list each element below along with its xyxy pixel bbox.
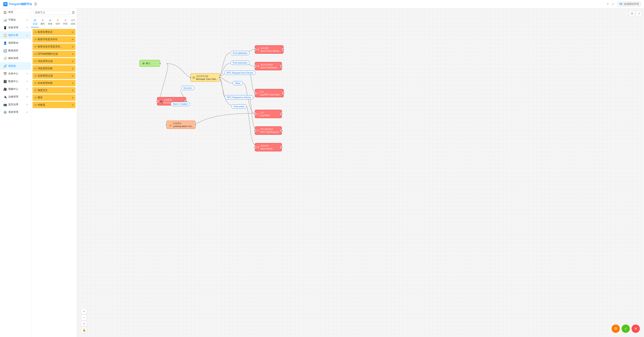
tab-filter[interactable]: ⊟ 过滤 xyxy=(31,17,39,27)
canvas-fullscreen-btn[interactable]: ⤢ xyxy=(636,10,642,16)
canvas-node-alarm-notif[interactable]: 🔔 告警通知 yunteng alarm not... xyxy=(166,121,196,129)
node-item-check-entity[interactable]: ⊟ 检查实体关系是否存... xyxy=(32,43,76,50)
sidebar-item-data-flow[interactable]: 🔄 数据流转 xyxy=(0,47,31,54)
sidebar-item-task-center[interactable]: 📅 任务中心 ▾ xyxy=(0,70,31,77)
search-input[interactable] xyxy=(33,10,70,15)
sidebar-item-home[interactable]: 🏠 首页 xyxy=(0,8,31,16)
sidebar-item-device-mgmt[interactable]: 📱 设备管理 ▾ xyxy=(0,24,31,31)
zoom-out-btn[interactable]: − xyxy=(81,315,87,320)
save-attr-sublabel: 保存属性 xyxy=(260,47,281,50)
canvas-minimize-btn[interactable]: ⊡ xyxy=(629,10,635,16)
help-icon[interactable]: ? xyxy=(607,2,608,5)
sidebar-item-script-mgmt[interactable]: 📝 脚本管理 xyxy=(0,54,31,62)
rpc-request-from-text: RPC Request from Device xyxy=(226,71,253,74)
fullscreen-icon[interactable]: ⤢ xyxy=(612,2,614,5)
node-panel-tabs: ⊟ 过滤 ≡ 属性 ⇌ 变换 ⚡ 动作 ↗ 外部 </> 流程 xyxy=(31,17,77,28)
filter-icon: ⊟ xyxy=(34,82,36,84)
sidebar-label-rule-engine: 规则引擎 xyxy=(8,33,25,37)
scene-icon: 👤 xyxy=(3,41,7,45)
node-label-check-entity: 检查实体关系是否存... xyxy=(38,45,62,48)
sidebar-item-video-center[interactable]: 🎥 视频中心 ▾ xyxy=(0,85,31,93)
sidebar-item-visualization[interactable]: 📊 可视化 ▾ xyxy=(0,16,31,24)
label-alarm-created[interactable]: Alarm Created xyxy=(170,102,190,106)
label-success[interactable]: Success xyxy=(181,86,194,90)
msg-switch-label: Message Type Swit... xyxy=(196,78,218,80)
node-item-transformer[interactable]: ⊟ 转换器 xyxy=(32,102,76,108)
label-rpc-request-from[interactable]: RPC Request from Device xyxy=(224,71,256,75)
tab-external-label: 外部 xyxy=(63,22,68,25)
filter-icon: ⊟ xyxy=(34,103,36,106)
zoom-lock-btn[interactable]: 🔒 xyxy=(81,327,87,333)
node-item-msg-type-switch[interactable]: ⊟ 消息类型切换 xyxy=(32,65,76,72)
node-item-check-alarm[interactable]: ⊟ 检查告警状态 xyxy=(32,29,76,35)
save-ts-icon: ⬇ xyxy=(257,65,259,67)
sidebar-item-rule-chain[interactable]: 🔗 规则链 xyxy=(0,62,31,70)
success-text: Success xyxy=(183,87,192,89)
tab-transform[interactable]: ⇌ 变换 xyxy=(46,17,54,27)
chevron-down-icon: ▾ xyxy=(27,88,28,90)
tab-attributes[interactable]: ≡ 属性 xyxy=(39,17,46,27)
canvas-node-rpc-call[interactable]: ↗ RPC调用请求 RPC Call Request xyxy=(255,126,282,135)
canvas-area[interactable]: ⊡ ⤢ xyxy=(77,8,644,337)
label-post-telemetry[interactable]: Post telemetry xyxy=(230,61,250,65)
log-other-label: Log Other xyxy=(260,114,270,117)
rpc-call-label: RPC Call Request xyxy=(260,131,279,133)
device-profile-sublabel: 设备配置 xyxy=(164,98,184,101)
menu-toggle-icon[interactable]: ☰ xyxy=(34,2,37,6)
save-events-label: save events xyxy=(260,147,273,150)
filter-icon: ⊟ xyxy=(34,38,36,41)
panel-menu-icon[interactable]: ☰ xyxy=(72,10,75,14)
sidebar-item-edge-mgmt[interactable]: 🔌 边缘管理 ▾ xyxy=(0,93,31,101)
tab-filter-label: 过滤 xyxy=(33,22,37,25)
sidebar-label-visualization: 可视化 xyxy=(8,18,25,22)
visualization-icon: 📊 xyxy=(3,18,7,22)
node-item-msg-type-filter[interactable]: ⊟ 消息类型过滤 xyxy=(32,58,76,64)
log-rpc-port-left xyxy=(254,92,256,94)
log-rpc-icon: ≡ xyxy=(257,92,258,95)
sidebar-item-scene-linkage[interactable]: 👤 场景联动 xyxy=(0,39,31,47)
label-other[interactable]: Other xyxy=(232,81,243,85)
node-item-scene-interact[interactable]: ⊟ 场景交互 xyxy=(32,87,76,93)
sidebar: 🏠 首页 📊 可视化 ▾ 📱 设备管理 ▾ 📋 规则引擎 ▴ 👤 场景联动 🔄 … xyxy=(0,8,31,337)
sidebar-item-rule-engine[interactable]: 📋 规则引擎 ▴ xyxy=(0,31,31,39)
save-ts-port-right xyxy=(280,65,283,67)
sidebar-item-monitor-ops[interactable]: 📺 监控运维 ▾ xyxy=(0,101,31,108)
post-event-text: Post event xyxy=(234,105,244,108)
canvas-node-log-other[interactable]: ≡ 日志 Log Other xyxy=(255,110,282,118)
input-node-icon: ⊞ xyxy=(142,62,144,65)
canvas-node-input[interactable]: ⊞ 输入 xyxy=(139,60,160,67)
canvas-node-msg-type-switch[interactable]: ⊟ 消息类型切换 Message Type Swit... xyxy=(190,73,220,82)
tab-attributes-label: 属性 xyxy=(40,22,45,25)
alarm-created-text: Alarm Created xyxy=(173,103,188,105)
logo[interactable]: TK ThingsKit物联平台 xyxy=(3,2,32,6)
node-item-check-field[interactable]: ⊟ 检查字段是否存在 xyxy=(32,36,76,43)
confirm-float-btn[interactable]: ✓ xyxy=(622,325,630,333)
label-post-attributes[interactable]: Post attributes xyxy=(230,51,250,55)
rpc-call-sublabel: RPC调用请求 xyxy=(260,128,279,131)
sidebar-item-data-center[interactable]: 🗄️ 数据中心 ▾ xyxy=(0,77,31,85)
canvas-node-save-attr[interactable]: ⬇ 保存属性 Save Client Attribu... xyxy=(255,45,284,54)
node-item-gps-filter[interactable]: ⊟ GPS地理围栏过滤 xyxy=(32,51,76,57)
sidebar-label-edge-mgmt: 边缘管理 xyxy=(8,95,25,98)
device-profile-icon: 🔌 xyxy=(159,100,162,103)
canvas-node-save-timeseries[interactable]: ⬇ 保存时序数据 Save Timeseries xyxy=(255,62,282,70)
node-item-script[interactable]: ⊟ 脚本 xyxy=(32,94,76,101)
tab-action[interactable]: ⚡ 动作 xyxy=(54,17,62,27)
node-label-entity-type-filter: 实体类型过滤 xyxy=(38,74,53,77)
label-post-event[interactable]: Post event xyxy=(231,104,247,108)
sidebar-item-system-mgmt[interactable]: ⚙️ 系统管理 ▾ xyxy=(0,108,31,116)
canvas-node-log-rpc[interactable]: ≡ 日志 Log RPC from Devi... xyxy=(255,89,284,97)
env-badge[interactable]: TK 边端测试环境 xyxy=(617,2,641,6)
tab-external[interactable]: ↗ 外部 xyxy=(62,17,69,27)
close-float-btn[interactable]: ✕ xyxy=(632,325,640,333)
node-item-entity-type-filter[interactable]: ⊟ 实体类型过滤 xyxy=(32,72,76,79)
device-icon: 📱 xyxy=(3,26,7,29)
label-rpc-request-to[interactable]: RPC Request to Device xyxy=(225,95,253,99)
settings-float-btn[interactable]: ⚙ xyxy=(612,325,620,333)
zoom-fit-btn[interactable]: ⤢ xyxy=(81,321,87,327)
canvas-node-save-events[interactable]: ⬇ 保存事件 save events xyxy=(255,143,282,151)
node-item-entity-type-switch[interactable]: ⊟ 实体类型转换 xyxy=(32,80,76,86)
tab-flow[interactable]: </> 流程 xyxy=(69,17,77,27)
chevron-down-icon: ▾ xyxy=(27,96,28,98)
zoom-in-btn[interactable]: + xyxy=(81,308,87,314)
